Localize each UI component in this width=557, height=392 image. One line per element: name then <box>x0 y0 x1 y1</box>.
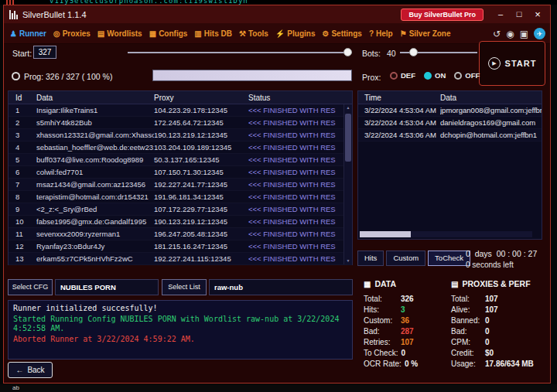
hits-tab[interactable]: ToCheck <box>428 251 470 266</box>
cell-status: <<< FINISHED WITH RES <box>248 205 352 213</box>
table-row[interactable]: 9 <2_z:<_Sry@rBed 107.172.229.77:12345 <… <box>9 203 352 216</box>
cell-time: 3/22/2024 4:53:04 AM <box>358 118 440 127</box>
titlebar[interactable]: SilverBullet 1.1.4 Buy SilverBullet Pro … <box>4 5 550 23</box>
select-list-button[interactable]: Select List <box>162 279 207 295</box>
table-row[interactable]: 6 colwil:fed7701 107.150.71.30:12345 <<<… <box>9 166 352 179</box>
stat-row: Custom: 36 <box>364 315 418 326</box>
prog-radio[interactable] <box>12 72 20 80</box>
nav-item[interactable]: ⚑ Silver Zone <box>400 29 451 38</box>
bots-slider-knob[interactable] <box>409 48 418 56</box>
nav-item[interactable]: ⚙ Settings <box>322 29 361 38</box>
stat-label: Retries: <box>364 338 401 346</box>
select-cfg-button[interactable]: Select CFG <box>8 279 53 295</box>
table-row[interactable]: 12 Ryanfay23:oBdur4Jy 181.215.16.247:123… <box>9 240 352 253</box>
nav-item[interactable]: ◎ Proxies <box>53 29 91 38</box>
nav-item[interactable]: ? Help <box>369 29 393 38</box>
prox-option[interactable]: DEF <box>390 71 415 80</box>
table-row[interactable]: 1 Insigar:IlikeTrains1 104.223.29.178:12… <box>9 104 352 117</box>
stat-label: Credit: <box>451 349 485 357</box>
results-table-header: Id Data Proxy Status <box>9 91 352 104</box>
prox-radio[interactable] <box>454 72 462 80</box>
stat-row: Total: 107 <box>451 293 534 304</box>
close-button[interactable]: × <box>528 5 547 23</box>
nav-item[interactable]: ♟ Runner <box>10 29 46 38</box>
hits-tab[interactable]: Hits <box>357 251 384 266</box>
start-button[interactable]: ▶ START <box>479 41 545 86</box>
nav-item[interactable]: ▦ Configs <box>149 29 188 38</box>
nav-item[interactable]: ▥ Hits DB <box>194 29 232 38</box>
stat-row: Credit: $0 <box>451 347 534 358</box>
cell-time: 3/22/2024 4:53:06 AM <box>358 131 440 139</box>
nav-item[interactable]: ▤ Wordlists <box>97 29 142 38</box>
wordlist-field[interactable]: raw-nub <box>209 279 353 295</box>
stat-row: Hits: 3 <box>364 304 418 315</box>
buy-pro-button[interactable]: Buy SilverBullet Pro <box>401 9 484 21</box>
stat-row: OCR Rate: 0 % <box>364 358 418 369</box>
start-input[interactable]: 327 <box>33 46 56 59</box>
hit-row[interactable]: 3/22/2024 4:53:04 AM jpmorgan008@gmail.c… <box>358 104 542 117</box>
cell-status: <<< FINISHED WITH RES <box>248 143 352 152</box>
slider-track <box>128 52 352 53</box>
proxy-stats-icon: ▤ <box>451 280 458 288</box>
prox-option[interactable]: ON <box>424 71 446 80</box>
start-slider[interactable] <box>128 48 352 57</box>
config-field[interactable]: NUBILES PORN <box>55 279 159 295</box>
hits-hscrollbar[interactable] <box>360 231 532 237</box>
table-row[interactable]: 11 sevenxxx2009:ryzerman1 196.247.205.48… <box>9 228 352 240</box>
cell-data: Ryanfay23:oBdur4Jy <box>36 242 154 251</box>
results-scrollbar[interactable]: ▲ ▼ <box>343 104 352 264</box>
back-button[interactable]: ← Back <box>8 362 53 378</box>
nav-item-label: Settings <box>331 29 361 38</box>
history-icon[interactable]: ↺ <box>493 29 501 39</box>
hit-row[interactable]: 3/22/2024 4:53:04 AM danieldragos169@gma… <box>358 117 542 129</box>
table-row[interactable]: 10 fabse1995@gmx.de:Gandalf1995 190.123.… <box>9 216 352 228</box>
taskbar-item[interactable]: ab <box>12 384 19 392</box>
scroll-down-icon[interactable]: ▼ <box>344 257 352 264</box>
nav-item[interactable]: ⚡ Plugins <box>275 29 316 38</box>
table-row[interactable]: 3 xhasson123321@gmail.com:Xhasso 190.123… <box>9 129 352 141</box>
cell-data: sebastian_hoeffler@web.de:eetw23: <box>36 143 154 152</box>
cell-status: <<< FINISHED WITH RES <box>248 193 352 201</box>
camera-icon[interactable]: ◉ <box>506 29 514 39</box>
stat-row: Banned: 0 <box>451 315 534 326</box>
prox-radio[interactable] <box>424 72 432 80</box>
gallery-icon[interactable]: ▣ <box>520 29 528 39</box>
app-logo-icon <box>9 10 18 19</box>
stat-label: Hits: <box>364 305 401 314</box>
cell-data: <2_z:<_Sry@rBed <box>36 205 154 213</box>
scroll-up-icon[interactable]: ▲ <box>344 104 352 111</box>
minimize-button[interactable]: – <box>491 5 510 23</box>
cell-data: msaz1434@gmail.com:az123456 <box>36 180 154 189</box>
hscroll-thumb[interactable] <box>360 231 411 237</box>
cell-status: <<< FINISHED WITH RES <box>248 180 352 189</box>
nav-item[interactable]: ⚒ Tools <box>239 29 268 38</box>
stat-label: Total: <box>364 295 401 303</box>
prox-option-label: DEF <box>401 71 415 80</box>
stat-value: 287 <box>401 327 414 336</box>
hit-row[interactable]: 3/22/2024 4:53:06 AM dchopin@hotmail.com… <box>358 129 542 141</box>
table-row[interactable]: 5 buff0374@live.com:Roodog8989 50.3.137.… <box>9 154 352 166</box>
prox-option[interactable]: OFF <box>454 71 480 80</box>
cell-id: 7 <box>9 180 36 189</box>
cell-status: <<< FINISHED WITH RES <box>248 168 352 176</box>
stat-label: CPM: <box>451 338 485 346</box>
taskbar[interactable]: ab <box>0 384 557 392</box>
stat-row: Retries: 107 <box>364 336 418 347</box>
scroll-thumb[interactable] <box>345 114 351 162</box>
table-row[interactable]: 4 sebastian_hoeffler@web.de:eetw23: 103.… <box>9 141 352 154</box>
start-slider-knob[interactable] <box>343 48 352 56</box>
table-row[interactable]: 2 s5mhiY4tk82Bub 172.245.64.72:12345 <<<… <box>9 117 352 129</box>
back-button-label: Back <box>27 366 44 374</box>
maximize-button[interactable]: □ <box>510 5 528 23</box>
table-row[interactable]: 7 msaz1434@gmail.com:az123456 192.227.24… <box>9 179 352 191</box>
data-stats-icon: ▦ <box>364 280 371 288</box>
table-row[interactable]: 8 terapistim@hotmail.com:dr154321 191.96… <box>9 191 352 203</box>
prox-radio[interactable] <box>390 72 398 80</box>
log-line: Started Running Config NUBILES PORN with… <box>13 315 347 334</box>
hits-tab[interactable]: Custom <box>386 251 425 266</box>
telegram-icon[interactable]: ✈ <box>534 28 545 39</box>
bots-slider[interactable] <box>400 48 477 57</box>
table-row[interactable]: 13 erkam55:r7CPk5nHVhFz2wC 192.227.241.1… <box>9 253 352 265</box>
prog-value: 326 / 327 ( 100 %) <box>46 72 112 81</box>
cell-id: 10 <box>9 217 36 226</box>
